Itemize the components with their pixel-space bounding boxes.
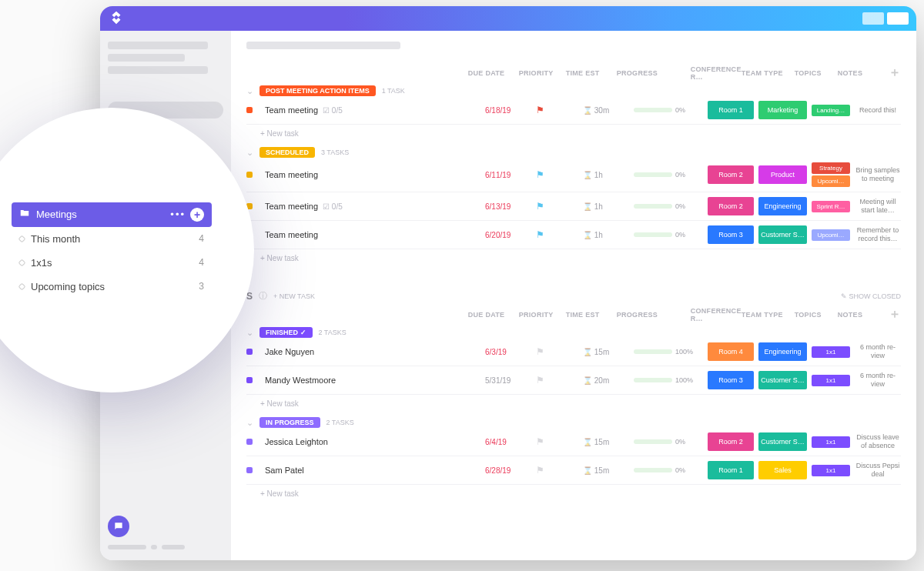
topic-chip[interactable]: 1x1 [812, 346, 850, 358]
topic-chip[interactable]: Sprint R… [812, 201, 850, 212]
due-date[interactable]: 6/20/19 [485, 231, 531, 239]
status-header[interactable]: ⌄ IN PROGRESS 2 TASKS [246, 417, 901, 428]
sidebar-list-item[interactable]: This month 4 [12, 227, 212, 251]
task-row[interactable]: Jake Nguyen 6/3/19 ⚑ ⌛ 15m 100% Room 4 E… [246, 338, 901, 366]
new-task-button[interactable]: + New task [246, 249, 901, 267]
task-row[interactable]: Team meeting 6/11/19 ⚑ ⌛ 1h 0% Room 2 Pr… [246, 158, 901, 192]
room-chip[interactable]: Room 2 [708, 197, 754, 215]
topic-chip[interactable]: Strategy [812, 162, 850, 174]
task-title[interactable]: Team meeting [265, 170, 480, 179]
task-title[interactable]: Jessica Leighton [265, 437, 480, 446]
team-chip[interactable]: Sales [758, 461, 807, 479]
folder-item[interactable]: Meetings ••• + [12, 202, 212, 227]
new-task-button[interactable]: + New task [246, 395, 901, 412]
task-row[interactable]: Jessica Leighton 6/4/19 ⚑ ⌛ 15m 0% Room … [246, 428, 901, 456]
add-icon[interactable]: + [190, 208, 204, 222]
due-date[interactable]: 5/31/19 [485, 376, 531, 385]
task-row[interactable]: Team meeting 6/20/19 ⚑ ⌛ 1h 0% Room 3 Cu… [246, 221, 901, 249]
new-task-button[interactable]: + New task [246, 125, 901, 142]
window-button[interactable] [862, 12, 884, 25]
note-text[interactable]: Record this! [855, 106, 901, 115]
progress-bar[interactable]: 0% [634, 202, 703, 210]
task-row[interactable]: Mandy Westmoore 5/31/19 ⚑ ⌛ 20m 100% Roo… [246, 366, 901, 395]
team-chip[interactable]: Customer S… [758, 371, 807, 389]
note-text[interactable]: 6 month re-view [855, 343, 901, 360]
progress-bar[interactable]: 0% [634, 438, 703, 446]
team-chip[interactable]: Marketing [758, 101, 807, 119]
chevron-down-icon[interactable]: ⌄ [246, 86, 253, 96]
topic-chip[interactable]: 1x1 [812, 436, 850, 448]
priority-flag-icon[interactable]: ⚑ [536, 169, 578, 180]
priority-flag-icon[interactable]: ⚑ [536, 346, 578, 357]
room-chip[interactable]: Room 4 [708, 342, 754, 361]
task-row[interactable]: Team meeting☑ 0/5 6/18/19 ⚑ ⌛ 30m 0% Roo… [246, 96, 901, 125]
sidebar-list-item[interactable]: Upcoming topics 3 [12, 275, 212, 299]
task-title[interactable]: Team meeting☑ 0/5 [265, 105, 480, 115]
chat-icon[interactable] [108, 516, 129, 537]
progress-bar[interactable]: 0% [634, 106, 703, 114]
time-estimate[interactable]: ⌛ 30m [583, 106, 629, 115]
room-chip[interactable]: Room 2 [708, 165, 754, 184]
room-chip[interactable]: Room 1 [708, 101, 754, 119]
due-date[interactable]: 6/13/19 [485, 202, 531, 211]
room-chip[interactable]: Room 3 [708, 371, 754, 389]
progress-bar[interactable]: 0% [634, 231, 703, 239]
due-date[interactable]: 6/28/19 [485, 466, 531, 475]
due-date[interactable]: 6/18/19 [485, 106, 531, 115]
add-column-icon[interactable]: ＋ [889, 306, 901, 322]
due-date[interactable]: 6/4/19 [485, 438, 531, 446]
add-column-icon[interactable]: ＋ [889, 65, 901, 81]
task-title[interactable]: Team meeting☑ 0/5 [265, 202, 480, 211]
time-estimate[interactable]: ⌛ 15m [583, 466, 629, 475]
status-header[interactable]: ⌄ POST MEETING ACTION ITEMS 1 TASK [246, 85, 901, 96]
time-estimate[interactable]: ⌛ 15m [583, 438, 629, 446]
note-text[interactable]: Meeting will start late… [855, 198, 901, 215]
progress-bar[interactable]: 0% [634, 171, 703, 179]
room-chip[interactable]: Room 2 [708, 432, 754, 451]
task-title[interactable]: Sam Patel [265, 466, 480, 475]
topic-chip[interactable]: Upcomi… [812, 229, 850, 241]
priority-flag-icon[interactable]: ⚑ [536, 436, 578, 447]
priority-flag-icon[interactable]: ⚑ [536, 201, 578, 212]
time-estimate[interactable]: ⌛ 20m [583, 376, 629, 385]
info-icon[interactable]: ⓘ [259, 290, 267, 302]
task-title[interactable]: Mandy Westmoore [265, 376, 480, 385]
priority-flag-icon[interactable]: ⚑ [536, 375, 578, 386]
progress-bar[interactable]: 100% [634, 376, 703, 384]
status-header[interactable]: ⌄ FINISHED ✓ 2 TASKS [246, 327, 901, 338]
note-text[interactable]: Discuss leave of absence [855, 433, 901, 450]
note-text[interactable]: 6 month re-view [855, 372, 901, 389]
topic-chip[interactable]: Landing… [812, 105, 850, 116]
time-estimate[interactable]: ⌛ 1h [583, 231, 629, 239]
due-date[interactable]: 6/3/19 [485, 348, 531, 356]
status-header[interactable]: ⌄ SCHEDULED 3 TASKS [246, 147, 901, 158]
team-chip[interactable]: Customer S… [758, 225, 807, 244]
new-task-button[interactable]: + New task [246, 485, 901, 503]
room-chip[interactable]: Room 1 [708, 461, 754, 479]
task-title[interactable]: Jake Nguyen [265, 347, 480, 356]
more-icon[interactable]: ••• [170, 209, 186, 220]
priority-flag-icon[interactable]: ⚑ [536, 105, 578, 115]
time-estimate[interactable]: ⌛ 1h [583, 202, 629, 211]
progress-bar[interactable]: 100% [634, 348, 703, 356]
progress-bar[interactable]: 0% [634, 466, 703, 474]
team-chip[interactable]: Customer S… [758, 432, 807, 451]
chevron-down-icon[interactable]: ⌄ [246, 148, 253, 158]
task-row[interactable]: Sam Patel 6/28/19 ⚑ ⌛ 15m 0% Room 1 Sale… [246, 456, 901, 485]
task-title[interactable]: Team meeting [265, 230, 480, 239]
show-closed-button[interactable]: ✎ SHOW CLOSED [841, 292, 901, 300]
time-estimate[interactable]: ⌛ 15m [583, 348, 629, 356]
note-text[interactable]: Bring samples to meeting [855, 166, 901, 183]
chevron-down-icon[interactable]: ⌄ [246, 418, 253, 428]
new-task-button[interactable]: + NEW TASK [273, 292, 315, 300]
chevron-down-icon[interactable]: ⌄ [246, 328, 253, 338]
priority-flag-icon[interactable]: ⚑ [536, 229, 578, 240]
topic-chip[interactable]: 1x1 [812, 375, 850, 386]
time-estimate[interactable]: ⌛ 1h [583, 171, 629, 179]
task-row[interactable]: Team meeting☑ 0/5 6/13/19 ⚑ ⌛ 1h 0% Room… [246, 192, 901, 221]
priority-flag-icon[interactable]: ⚑ [536, 465, 578, 476]
note-text[interactable]: Discuss Pepsi deal [855, 462, 901, 479]
team-chip[interactable]: Engineering [758, 197, 807, 215]
topic-chip[interactable]: 1x1 [812, 465, 850, 476]
window-button[interactable] [887, 12, 909, 25]
